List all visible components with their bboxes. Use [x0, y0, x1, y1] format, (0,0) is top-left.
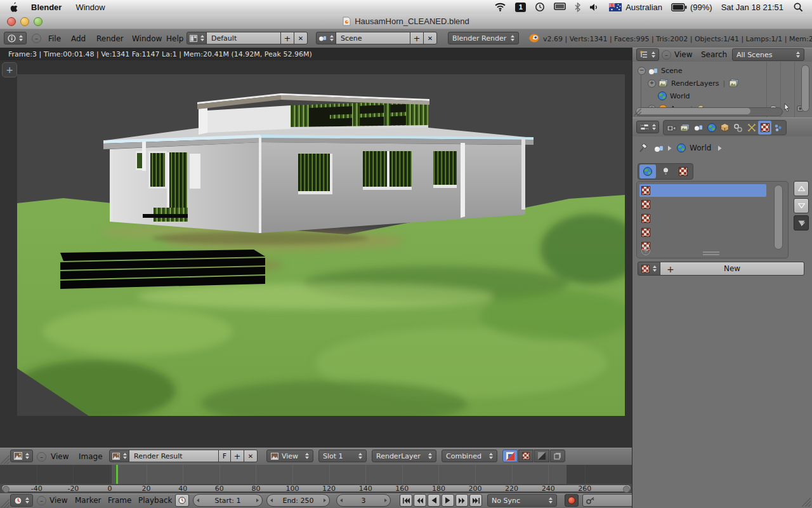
- collapse-menus-button[interactable]: –: [32, 34, 41, 43]
- menu-add[interactable]: Add: [71, 34, 86, 43]
- volume-icon[interactable]: [589, 3, 599, 11]
- zoom-window-button[interactable]: [34, 17, 43, 26]
- menu-render[interactable]: Render: [96, 34, 124, 43]
- menubar-window-menu[interactable]: Window: [75, 3, 105, 12]
- outliner-item-world[interactable]: World: [658, 90, 690, 102]
- render-layer-select[interactable]: RenderLayer: [372, 450, 436, 462]
- image-view-mode-select[interactable]: View: [266, 450, 313, 462]
- outliner-tree[interactable]: − Scene + RenderLayers | Wo: [632, 62, 812, 118]
- spotlight-search-icon[interactable]: [794, 3, 803, 12]
- minimize-window-button[interactable]: [20, 17, 29, 26]
- close-window-button[interactable]: [7, 17, 16, 26]
- tab-physics[interactable]: [745, 121, 758, 135]
- channel-color-button[interactable]: [518, 450, 534, 462]
- screen-layout-browse-button[interactable]: [187, 32, 207, 44]
- move-slot-up-button[interactable]: [794, 181, 809, 196]
- input-language-label[interactable]: Australian: [625, 3, 662, 12]
- menu-frame[interactable]: Frame: [108, 496, 131, 505]
- image-editor-viewport[interactable]: +: [0, 60, 632, 448]
- screen-layout-name[interactable]: Default: [206, 32, 281, 44]
- region-corner-grip[interactable]: [1, 455, 10, 464]
- unlink-image-button[interactable]: ✕: [244, 450, 258, 462]
- add-scene-button[interactable]: +: [410, 32, 424, 44]
- time-machine-icon[interactable]: [535, 2, 545, 12]
- editor-type-button-outliner[interactable]: [636, 48, 659, 61]
- outliner-item-renderlayers[interactable]: + RenderLayers |: [648, 77, 738, 89]
- texture-slot-row[interactable]: [639, 226, 766, 239]
- timeline-scrollbar[interactable]: -40-200204060801001201401601802002202402…: [0, 484, 632, 493]
- auto-keyframe-record-button[interactable]: [565, 494, 579, 507]
- scene-name[interactable]: Scene: [336, 32, 410, 44]
- texture-browse-button[interactable]: [638, 262, 660, 276]
- tab-world[interactable]: [705, 121, 718, 135]
- delete-scene-button[interactable]: ✕: [423, 32, 437, 44]
- australian-flag-icon[interactable]: [609, 3, 622, 11]
- tab-render[interactable]: [665, 121, 678, 135]
- render-slot-select[interactable]: Slot 1: [318, 450, 367, 462]
- scene-icon[interactable]: [654, 144, 664, 152]
- pin-icon[interactable]: [639, 144, 648, 153]
- current-frame-marker[interactable]: [115, 465, 118, 484]
- channel-z-button[interactable]: [550, 450, 565, 462]
- scrollbar-thumb[interactable]: [636, 108, 750, 114]
- frame-start-field[interactable]: Start: 1: [193, 494, 263, 507]
- delete-screen-layout-button[interactable]: ✕: [294, 32, 308, 44]
- bluetooth-icon[interactable]: [575, 3, 580, 12]
- keying-set-field[interactable]: [582, 494, 632, 507]
- tab-constraints[interactable]: [731, 121, 745, 135]
- menu-search[interactable]: Search: [701, 50, 727, 59]
- texture-slot-row-selected[interactable]: [639, 184, 766, 197]
- region-corner-grip[interactable]: [634, 109, 641, 116]
- texture-slot-row[interactable]: [639, 212, 766, 225]
- region-corner-grip[interactable]: [1, 499, 10, 508]
- current-frame-field[interactable]: 3: [336, 494, 391, 507]
- battery-percent-label[interactable]: (99%): [690, 3, 712, 12]
- world-icon[interactable]: [677, 144, 686, 152]
- input-source-icon[interactable]: 1: [515, 3, 526, 12]
- menubar-clock[interactable]: Sat Jan 18 21:51: [721, 3, 783, 12]
- apple-menu[interactable]: [9, 2, 18, 13]
- collapse-menus-button[interactable]: –: [37, 452, 46, 462]
- menu-window[interactable]: Window: [132, 34, 162, 43]
- wifi-icon[interactable]: [494, 3, 506, 11]
- editor-type-button-timeline[interactable]: [10, 494, 33, 507]
- texture-tab-other[interactable]: [675, 164, 691, 178]
- frame-end-field[interactable]: End: 250: [266, 494, 330, 507]
- image-browse-button[interactable]: [109, 450, 129, 462]
- tab-object[interactable]: [718, 121, 731, 135]
- timeline-tracks[interactable]: [0, 465, 632, 485]
- play-reverse-button[interactable]: [428, 494, 440, 507]
- scene-browse-button[interactable]: [316, 32, 336, 44]
- tab-render-layers[interactable]: [678, 121, 691, 135]
- tab-particles[interactable]: [771, 121, 785, 135]
- expand-expander-icon[interactable]: +: [648, 79, 656, 88]
- texture-list-scrollbar[interactable]: [774, 185, 783, 250]
- editor-type-button-properties[interactable]: [636, 121, 659, 133]
- editor-type-button-image[interactable]: [10, 450, 33, 462]
- new-image-button[interactable]: +: [230, 450, 244, 462]
- menu-view[interactable]: View: [51, 452, 69, 461]
- menu-playback[interactable]: Playback: [138, 496, 173, 505]
- collapse-menus-button[interactable]: –: [37, 496, 46, 505]
- new-texture-button[interactable]: + New: [660, 262, 804, 276]
- breadcrumb-id-name[interactable]: World: [690, 144, 711, 152]
- next-keyframe-button[interactable]: [455, 494, 468, 507]
- menu-view[interactable]: View: [674, 50, 692, 59]
- channel-color-alpha-button[interactable]: [502, 450, 518, 462]
- texture-tab-world-active[interactable]: [639, 164, 656, 178]
- channel-alpha-button[interactable]: [534, 450, 549, 462]
- jump-to-start-button[interactable]: [400, 494, 412, 507]
- expand-region-button[interactable]: +: [2, 62, 17, 77]
- display-icon[interactable]: [554, 3, 566, 11]
- play-button[interactable]: [442, 494, 454, 507]
- outliner-item-scene[interactable]: − Scene: [638, 65, 683, 76]
- render-engine-select[interactable]: Blender Render: [448, 32, 519, 44]
- jump-to-end-button[interactable]: [469, 494, 482, 507]
- move-slot-down-button[interactable]: [794, 198, 809, 213]
- outliner-display-filter-select[interactable]: All Scenes: [732, 48, 804, 61]
- menu-image[interactable]: Image: [79, 452, 103, 461]
- collapse-menus-button[interactable]: –: [662, 50, 671, 60]
- editor-type-button-info[interactable]: [4, 32, 27, 44]
- texture-specials-menu-button[interactable]: [794, 215, 809, 231]
- outliner-vertical-scrollbar[interactable]: [801, 65, 809, 112]
